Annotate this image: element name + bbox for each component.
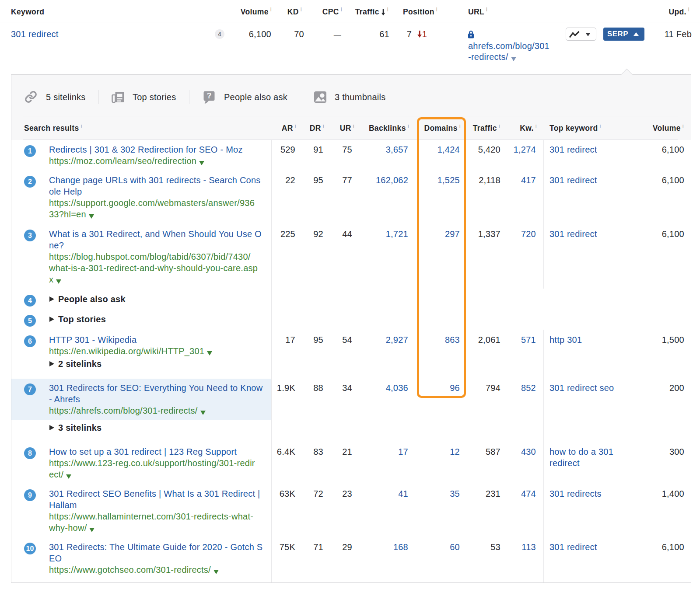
- svg-text:?: ?: [207, 91, 212, 100]
